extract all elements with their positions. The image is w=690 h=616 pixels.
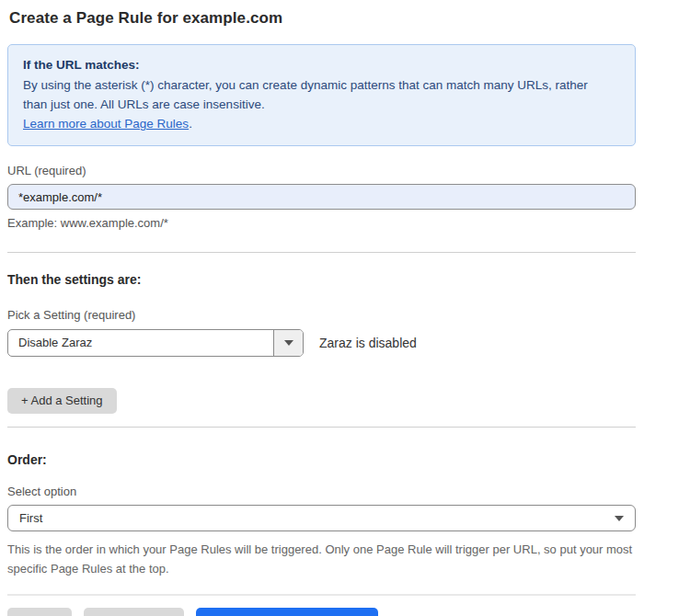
link-suffix: . [189, 117, 192, 131]
url-input[interactable] [7, 184, 636, 210]
info-box-link-line: Learn more about Page Rules. [23, 114, 620, 133]
footer-actions: Cancel Save as Draft Save and Deploy Pag… [7, 608, 636, 616]
order-select-value: First [19, 511, 615, 525]
setting-status-text: Zaraz is disabled [319, 336, 417, 350]
order-select-label: Select option [7, 485, 636, 498]
setting-row: Disable Zaraz Zaraz is disabled [7, 329, 636, 357]
cancel-button[interactable]: Cancel [7, 608, 72, 616]
create-page-rule-form: Create a Page Rule for example.com If th… [0, 0, 636, 616]
order-select[interactable]: First [7, 505, 636, 531]
order-help-text: This is the order in which your Page Rul… [7, 540, 636, 578]
info-box-body: By using the asterisk (*) character, you… [23, 75, 603, 114]
order-section-heading: Order: [7, 452, 636, 467]
save-and-deploy-button[interactable]: Save and Deploy Page Rule [196, 608, 377, 616]
section-divider [7, 252, 636, 253]
setting-picker-label: Pick a Setting (required) [7, 308, 636, 322]
caret-down-icon [615, 516, 624, 521]
setting-select[interactable]: Disable Zaraz [7, 329, 304, 357]
setting-select-caret-button[interactable] [273, 330, 303, 356]
save-as-draft-button[interactable]: Save as Draft [84, 608, 184, 616]
footer-divider [7, 594, 636, 596]
section-divider [7, 427, 636, 428]
setting-select-value: Disable Zaraz [8, 330, 273, 356]
caret-down-icon [284, 340, 293, 346]
learn-more-link[interactable]: Learn more about Page Rules [23, 117, 189, 131]
url-match-info-box: If the URL matches: By using the asteris… [7, 44, 636, 146]
info-box-heading: If the URL matches: [23, 55, 620, 74]
add-setting-button[interactable]: + Add a Setting [7, 388, 117, 414]
page-title: Create a Page Rule for example.com [9, 9, 636, 28]
url-field-label: URL (required) [7, 164, 636, 177]
settings-section-heading: Then the settings are: [7, 272, 636, 287]
url-field-example: Example: www.example.com/* [7, 216, 636, 230]
